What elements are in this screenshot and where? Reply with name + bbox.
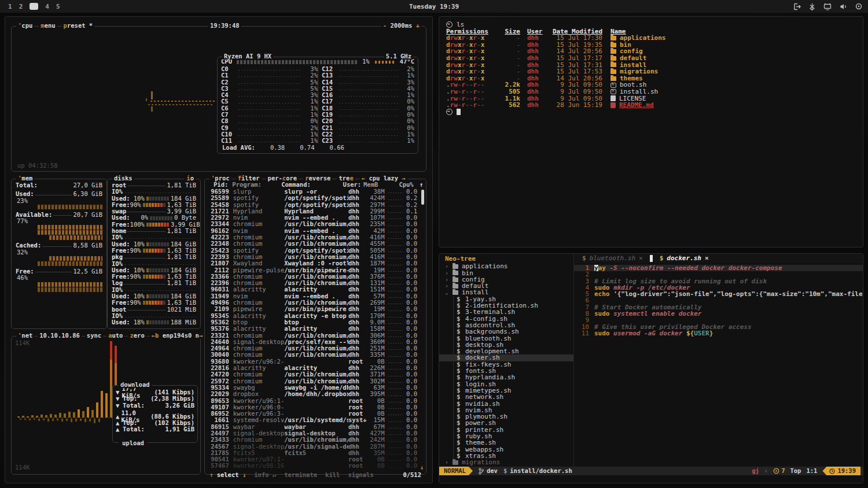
code-line-10[interactable]: 10# Give this user privileged Docker acc… xyxy=(574,324,863,330)
box-title-fragment[interactable]: auto xyxy=(106,332,124,339)
process-scrollbar-thumb[interactable] xyxy=(421,190,424,205)
buffer-tab-bluetooth.sh[interactable]: $bluetooth.sh× xyxy=(578,255,648,261)
command-line[interactable] xyxy=(439,475,863,483)
tree-item-default[interactable]: ›default xyxy=(439,283,573,289)
tree-item-3-terminal.sh[interactable]: $3-terminal.sh xyxy=(439,309,573,315)
code-line-1[interactable]: 1yay -S --noconfirm --needed docker dock… xyxy=(574,265,863,271)
tree-item-applications[interactable]: ›applications xyxy=(439,263,573,269)
code-line-11[interactable]: 11sudo usermod -aG docker ${USER} xyxy=(574,330,863,337)
process-row[interactable]: 23366chromium/usr/lib/chromium/dhh376M0.… xyxy=(208,273,423,280)
box-title-fragment[interactable]: 'cpu xyxy=(16,23,34,29)
process-row[interactable]: 89653kworker/u96:1-sdroot0B0.0 xyxy=(208,398,423,404)
process-row[interactable]: 2109pipewire/usr/bin/pipewiredhh19M0.0 xyxy=(208,306,423,312)
process-row[interactable]: 23321chromium/usr/lib/chromium/dhh306M0.… xyxy=(208,332,423,339)
prompt-line-current[interactable] xyxy=(446,109,856,116)
code-line-7[interactable]: 7# Start Docker automatically xyxy=(574,304,863,310)
process-row[interactable]: 21721HyprlandHyprlanddhh299M0.1 xyxy=(208,208,423,215)
process-row[interactable]: 25423spotify/opt/spotify/spotidhh505M0.0 xyxy=(208,247,423,254)
process-row[interactable]: 22396chromium/usr/lib/chromium/dhh131M0.… xyxy=(208,280,423,286)
bluetooth-icon[interactable] xyxy=(809,3,815,10)
process-row[interactable]: 93680kworker/u96:2-gfroot0B0.0 xyxy=(208,358,423,365)
process-row[interactable]: 21785fcitx5fcitx5dhh35M0.0 xyxy=(208,450,423,456)
process-row[interactable]: 24640signal-desktop/proc/self/exe --tdhh… xyxy=(208,339,423,345)
tree-item-xtras.sh[interactable]: $xtras.sh xyxy=(439,453,573,459)
process-row[interactable]: 23344chromium/usr/lib/chromium/dhh235M0.… xyxy=(208,221,423,227)
process-row[interactable]: 90541kworker/u97:1-btroot0B0.0 xyxy=(208,456,423,463)
code-line-2[interactable]: 2 xyxy=(574,271,863,278)
box-title-fragment[interactable]: ←b enp194s0 n→ xyxy=(150,332,205,339)
circle-icon[interactable] xyxy=(855,3,862,10)
buffer-tab-docker.sh[interactable]: $docker.sh× xyxy=(655,255,713,261)
process-row[interactable]: 21807XwaylandXwayland :0 -rootldhh187M0.… xyxy=(208,260,423,267)
close-icon[interactable]: × xyxy=(639,255,643,261)
process-action-button[interactable]: signals xyxy=(348,472,373,478)
process-row[interactable]: 25458spotify/opt/spotify/spotidhh297M0.2 xyxy=(208,202,423,208)
process-row[interactable]: 95376alacrittyalacrittydhh158M0.0 xyxy=(208,326,423,332)
close-icon[interactable]: × xyxy=(705,255,709,261)
process-row[interactable]: 86915waybarwaybardhh67M0.0 xyxy=(208,424,423,430)
process-row[interactable]: 23433chromium/usr/lib/chromium/dhh242M0.… xyxy=(208,437,423,443)
box-title-fragment[interactable]: 10.10.10.86 xyxy=(38,332,82,339)
box-title-fragment[interactable]: zero xyxy=(128,332,146,339)
process-row[interactable]: 24964chromium/usr/lib/chromium/dhh251M0.… xyxy=(208,345,423,352)
process-row[interactable]: 42223chromium/usr/lib/chromium/dhh416M0.… xyxy=(208,234,423,241)
box-title-fragment[interactable]: 'net xyxy=(16,332,34,339)
process-row[interactable]: 49107kworker/u96:0-dmroot0B0.0 xyxy=(208,404,423,411)
process-row[interactable]: 30040chromium/usr/lib/chromium/dhh335M0.… xyxy=(208,352,423,358)
process-row[interactable]: 22972nvimnvim --embed .dhh107M0.0 xyxy=(208,215,423,221)
box-title-fragment[interactable]: sync xyxy=(85,332,103,339)
logout-icon[interactable] xyxy=(793,3,801,10)
process-row[interactable]: 2112pipewire-pulse/usr/bin/pipewire-dhh1… xyxy=(208,267,423,273)
process-action-button[interactable]: kill xyxy=(325,472,340,478)
process-row[interactable]: 96599slurpslurp -ordhh38M0.0 xyxy=(208,188,423,195)
process-row[interactable]: 25972chromium/usr/lib/chromium/dhh302M0.… xyxy=(208,378,423,385)
editor[interactable]: 1yay -S --noconfirm --needed docker dock… xyxy=(574,263,863,467)
process-row[interactable]: 95362btopbtopdhh9.0M0.0 xyxy=(208,319,423,326)
tree-item-theme.sh[interactable]: $theme.sh xyxy=(439,439,573,446)
select-buttons[interactable]: ↑ select ↓ xyxy=(209,472,246,478)
process-row[interactable]: 24497signal-desktopsignal-desktopdhh427M… xyxy=(208,430,423,437)
scroll-up-arrow[interactable]: ↑ xyxy=(420,182,423,188)
process-row[interactable]: 22029dropbox/home/dhh/.dropboxdhh395M0.0 xyxy=(208,391,423,397)
tree-item-bin[interactable]: ›bin xyxy=(439,270,573,276)
process-row[interactable]: 22393chromium/usr/lib/chromium/dhh416M0.… xyxy=(208,254,423,260)
process-row[interactable]: 95334swaybgswaybg -i /home/dhdhh63M0.0 xyxy=(208,385,423,391)
process-row[interactable]: 25589spotify/opt/spotify/spotidhh424M0.2 xyxy=(208,195,423,201)
process-row[interactable]: 57467kworker/u98:16-broot0B0.0 xyxy=(208,463,423,469)
process-row[interactable]: 24720chromium/usr/lib/chromium/dhh371M0.… xyxy=(208,371,423,378)
process-row[interactable]: 31949nvimnvim --embed .dhh57M0.0 xyxy=(208,293,423,300)
display-icon[interactable] xyxy=(823,3,832,10)
process-row[interactable]: 96031alacrittyalacrittydhh151M0.0 xyxy=(208,286,423,293)
code-line-4[interactable]: 4sudo mkdir -p /etc/docker xyxy=(574,284,863,291)
code-line-3[interactable]: 3# Limit log size to avoid running out o… xyxy=(574,278,863,284)
process-row[interactable]: 86952kworker/u96:3-sdroot0B0.0 xyxy=(208,411,423,417)
process-row[interactable]: 24567signal-desktop/usr/lib/signal-dedhh… xyxy=(208,443,423,450)
code-line-6[interactable]: 6 xyxy=(574,297,863,304)
process-row[interactable]: 96162nvimnvim --embed .dhh42M0.0 xyxy=(208,228,423,234)
process-row[interactable]: 95345alacrittyalacritty -e btopdhh170M0.… xyxy=(208,313,423,319)
column-program[interactable]: Program: xyxy=(228,182,281,188)
volume-icon[interactable] xyxy=(840,3,847,10)
box-title-fragment[interactable]: preset * xyxy=(62,23,95,29)
tree-item-backgrounds.sh[interactable]: $backgrounds.sh xyxy=(439,328,573,335)
scroll-down-arrow[interactable]: ↓ xyxy=(420,464,424,471)
tree-item-config[interactable]: ›config xyxy=(439,276,573,283)
box-title-fragment[interactable]: - 2000ms + xyxy=(381,23,421,29)
tree-item-label: xtras.sh xyxy=(465,453,496,459)
process-row[interactable]: 49496chromium/usr/lib/chromium/dhh269M0.… xyxy=(208,300,423,306)
process-program: waybar xyxy=(229,424,284,430)
process-row[interactable]: 22348chromium/usr/lib/chromium/dhh455M0.… xyxy=(208,241,423,247)
tree-item-migrations[interactable]: ›migrations xyxy=(439,459,573,465)
column-command[interactable]: Command: xyxy=(281,182,343,188)
process-row[interactable]: 22816alacrittyalacrittydhh226M0.0 xyxy=(208,365,423,371)
process-action-button[interactable]: info ↵ xyxy=(254,472,276,478)
code-line-8[interactable]: 8sudo systemctl enable docker xyxy=(574,310,863,317)
tree-item-network.sh[interactable]: $network.sh xyxy=(439,394,573,400)
process-row[interactable]: 1661systemd-resolve/usr/lib/systemd/ssys… xyxy=(208,417,423,423)
code-line-5[interactable]: 5echo '{"log-driver":"json-file","log-op… xyxy=(574,291,863,297)
tree-item-hyprlandia.sh[interactable]: $hyprlandia.sh xyxy=(439,374,573,380)
code-line-9[interactable]: 9 xyxy=(574,317,863,323)
box-title-fragment[interactable]: io xyxy=(185,175,196,182)
box-title-fragment[interactable]: menu xyxy=(39,23,57,29)
process-action-button[interactable]: terminate xyxy=(284,472,317,478)
